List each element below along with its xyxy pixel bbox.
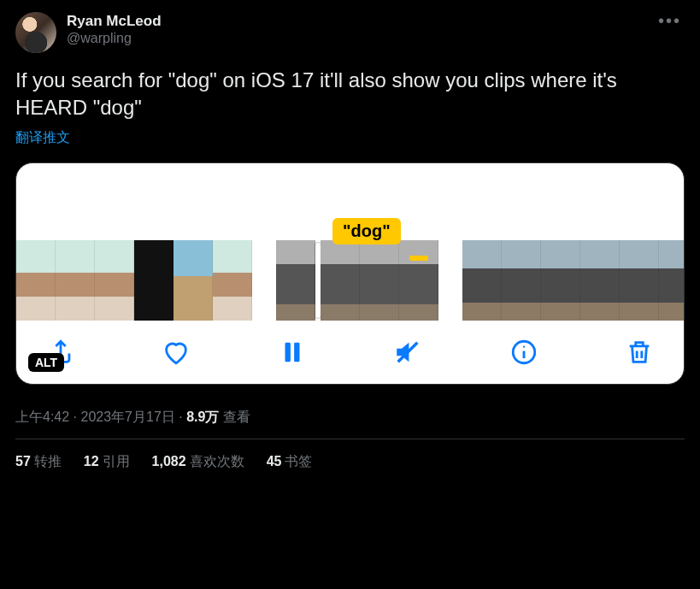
bookmarks-stat[interactable]: 45书签 (267, 453, 313, 471)
user-name-block[interactable]: Ryan McLeod @warpling (67, 12, 162, 47)
avatar[interactable] (15, 12, 56, 53)
pause-icon[interactable] (274, 333, 311, 371)
clip-group-1[interactable] (16, 240, 252, 321)
quotes-stat[interactable]: 12引用 (84, 453, 130, 471)
thumbnail (134, 240, 174, 321)
thumbnail (213, 240, 252, 321)
thumbnail (56, 240, 95, 321)
mute-icon[interactable] (389, 333, 426, 371)
thumbnail (659, 240, 685, 321)
heart-icon[interactable] (157, 333, 195, 371)
thumbnail (462, 240, 502, 321)
stats-row: 57转推 12引用 1,082喜欢次数 45书签 (0, 439, 700, 474)
thumbnail (541, 240, 580, 321)
tweet-text: If you search for "dog" on iOS 17 it'll … (15, 67, 685, 122)
tweet-container: Ryan McLeod @warpling ••• If you search … (0, 0, 700, 393)
thumbnail (95, 240, 134, 321)
video-timeline[interactable] (16, 240, 684, 321)
media-top: "dog" (16, 163, 684, 240)
thumbnail (580, 240, 620, 321)
clip-group-2[interactable] (276, 240, 438, 321)
thumbnail (276, 240, 315, 321)
thumbnail (360, 240, 399, 321)
tooltip-marker (409, 256, 428, 261)
thumbnail (174, 240, 213, 321)
thumbnail (321, 240, 360, 321)
trash-icon[interactable] (621, 333, 658, 371)
likes-stat[interactable]: 1,082喜欢次数 (152, 453, 244, 471)
display-name: Ryan McLeod (67, 12, 162, 30)
clip-group-3[interactable] (462, 240, 685, 321)
svg-rect-1 (294, 342, 299, 362)
retweets-stat[interactable]: 57转推 (15, 453, 62, 471)
tweet-time[interactable]: 上午4:42 (15, 409, 69, 424)
user-handle: @warpling (67, 30, 162, 47)
svg-rect-0 (285, 342, 290, 362)
media-toolbar (16, 321, 684, 384)
thumbnail (399, 240, 438, 321)
thumbnail (620, 240, 659, 321)
translate-link[interactable]: 翻译推文 (15, 129, 685, 147)
more-icon[interactable]: ••• (658, 12, 681, 29)
thumbnail (502, 240, 541, 321)
info-icon[interactable] (505, 333, 543, 371)
meta-row: 上午4:42 · 2023年7月17日 · 8.9万 查看 (0, 409, 700, 427)
search-tooltip: "dog" (332, 218, 401, 244)
alt-badge[interactable]: ALT (28, 353, 64, 372)
media-card: "dog" (15, 162, 685, 385)
tweet-date[interactable]: 2023年7月17日 (80, 409, 174, 424)
svg-point-5 (522, 345, 524, 347)
thumbnail (16, 240, 56, 321)
views-label: 查看 (219, 409, 250, 424)
views-count: 8.9万 (186, 409, 219, 424)
tweet-header: Ryan McLeod @warpling ••• (15, 12, 685, 53)
